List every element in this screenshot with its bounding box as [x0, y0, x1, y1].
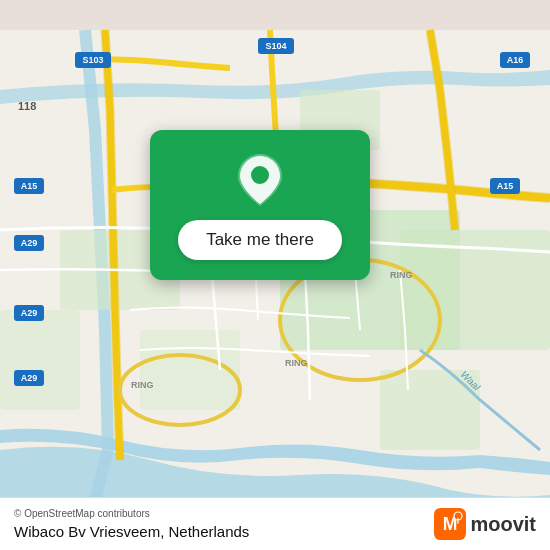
- take-me-there-button[interactable]: Take me there: [178, 220, 342, 260]
- svg-rect-5: [0, 310, 80, 410]
- moovit-text: moovit: [470, 513, 536, 536]
- svg-text:A29: A29: [21, 373, 38, 383]
- popup-card: Take me there: [150, 130, 370, 280]
- svg-rect-6: [140, 330, 240, 410]
- map-pin-icon: [238, 154, 282, 206]
- bottom-bar: © OpenStreetMap contributors Wibaco Bv V…: [0, 497, 550, 550]
- svg-text:118: 118: [18, 100, 36, 112]
- svg-point-31: [251, 166, 269, 184]
- osm-credit: © OpenStreetMap contributors: [14, 508, 249, 519]
- svg-text:S104: S104: [265, 41, 286, 51]
- bottom-left-info: © OpenStreetMap contributors Wibaco Bv V…: [14, 508, 249, 540]
- svg-text:RING: RING: [131, 380, 154, 390]
- svg-text:S103: S103: [82, 55, 103, 65]
- svg-text:A15: A15: [21, 181, 38, 191]
- svg-text:A29: A29: [21, 308, 38, 318]
- svg-text:A16: A16: [507, 55, 524, 65]
- svg-text:RING: RING: [285, 358, 308, 368]
- map-container: S103 S104 A16 118 A15 A15 A29 A29 A29 RI…: [0, 0, 550, 550]
- moovit-logo: M moovit: [434, 508, 536, 540]
- moovit-icon: M: [434, 508, 466, 540]
- svg-text:A15: A15: [497, 181, 514, 191]
- location-name: Wibaco Bv Vriesveem, Netherlands: [14, 523, 249, 540]
- svg-text:RING: RING: [390, 270, 413, 280]
- svg-text:A29: A29: [21, 238, 38, 248]
